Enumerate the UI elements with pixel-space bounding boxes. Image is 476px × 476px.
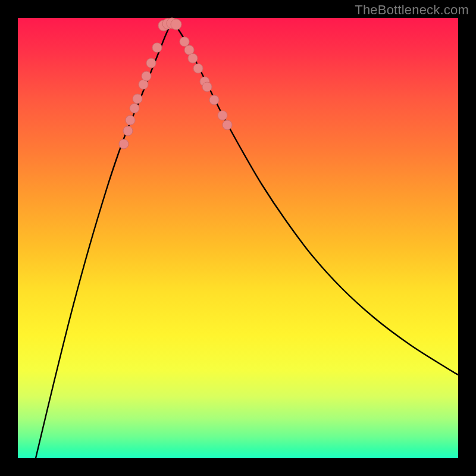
dot-left-1 [123, 126, 133, 136]
dot-right-6 [209, 95, 219, 105]
dot-left-0 [119, 139, 129, 149]
watermark-text: TheBottleneck.com [355, 2, 469, 18]
chart-frame [18, 18, 458, 458]
dot-left-7 [146, 58, 156, 68]
dot-right-7 [218, 111, 227, 120]
v-curve [36, 23, 458, 458]
dot-right-8 [223, 120, 232, 130]
dot-bottom-3 [171, 19, 181, 30]
dot-left-2 [126, 115, 135, 125]
dot-left-3 [130, 104, 139, 113]
dot-left-6 [142, 71, 151, 81]
dots-bottom-group [158, 18, 181, 31]
dot-right-3 [193, 64, 203, 73]
dot-right-5 [202, 82, 212, 92]
dot-right-0 [180, 37, 189, 46]
dot-left-8 [152, 43, 162, 52]
dot-left-4 [133, 94, 142, 104]
dot-right-2 [188, 54, 198, 63]
chart-svg [18, 18, 458, 458]
dots-left-group [119, 43, 162, 149]
dots-right-group [180, 37, 232, 130]
